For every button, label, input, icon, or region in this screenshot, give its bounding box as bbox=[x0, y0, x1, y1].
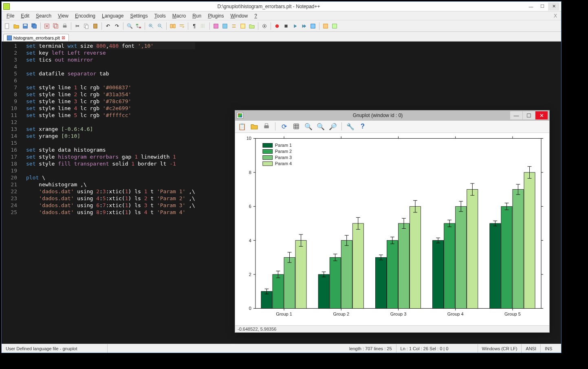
svg-rect-54 bbox=[273, 274, 284, 308]
close-tab-icon[interactable]: ⊠ bbox=[62, 35, 65, 40]
svg-rect-126 bbox=[490, 223, 501, 308]
svg-text:Group 3: Group 3 bbox=[390, 312, 407, 316]
play-multiple-icon[interactable] bbox=[300, 22, 308, 30]
svg-rect-134 bbox=[513, 190, 524, 309]
svg-rect-12 bbox=[94, 24, 97, 28]
gnuplot-close-button[interactable]: ✕ bbox=[535, 111, 548, 119]
menu-search[interactable]: Search bbox=[33, 13, 55, 19]
undo-icon[interactable]: ↶ bbox=[104, 22, 112, 30]
svg-rect-21 bbox=[241, 24, 245, 28]
svg-rect-9 bbox=[64, 24, 66, 25]
find-icon[interactable]: 🔍 bbox=[126, 22, 134, 30]
print-icon[interactable] bbox=[61, 22, 69, 30]
gnuplot-minimize-button[interactable]: — bbox=[510, 111, 522, 119]
gnuplot-statusbar: -0.648522, 5.98356 bbox=[235, 325, 549, 332]
file-tab[interactable]: histogram_errorbars.plt ⊠ bbox=[3, 34, 69, 41]
svg-rect-115 bbox=[456, 206, 467, 308]
svg-rect-147 bbox=[263, 149, 273, 153]
menubar-close-icon[interactable]: X bbox=[551, 13, 559, 19]
close-all-icon[interactable] bbox=[52, 22, 60, 30]
menu-language[interactable]: Language bbox=[99, 13, 127, 19]
svg-rect-145 bbox=[263, 144, 273, 148]
svg-rect-130 bbox=[501, 206, 512, 308]
close-file-icon[interactable] bbox=[43, 22, 51, 30]
svg-text:Param 1: Param 1 bbox=[275, 143, 292, 148]
cut-icon[interactable]: ✂ bbox=[73, 22, 81, 30]
print-icon[interactable] bbox=[262, 122, 271, 131]
zoom-out-icon[interactable] bbox=[156, 22, 164, 30]
redo-icon[interactable]: ↷ bbox=[113, 22, 121, 30]
export-icon[interactable] bbox=[250, 122, 259, 131]
menu-macro[interactable]: Macro bbox=[169, 13, 189, 19]
play-macro-icon[interactable] bbox=[291, 22, 299, 30]
save-all-icon[interactable] bbox=[30, 22, 38, 30]
menu-run[interactable]: Run bbox=[189, 13, 205, 19]
record-macro-icon[interactable] bbox=[273, 22, 281, 30]
copy-clipboard-icon[interactable]: 📋 bbox=[238, 122, 247, 131]
menu-window[interactable]: Window bbox=[227, 13, 251, 19]
replace-icon[interactable] bbox=[134, 22, 143, 30]
replot-icon[interactable]: ⟳ bbox=[280, 122, 288, 131]
menu-help[interactable]: ? bbox=[251, 13, 260, 19]
menu-encoding[interactable]: Encoding bbox=[72, 13, 99, 19]
autoscale-icon[interactable]: 🔎 bbox=[328, 122, 337, 131]
copy-icon[interactable] bbox=[82, 22, 90, 30]
svg-rect-69 bbox=[318, 274, 329, 308]
minimize-button[interactable]: — bbox=[525, 2, 537, 11]
folder-workspace-icon[interactable] bbox=[248, 22, 256, 30]
npp-tab-strip: histogram_errorbars.plt ⊠ bbox=[2, 32, 561, 42]
svg-rect-81 bbox=[352, 223, 363, 308]
toolbar-extra-2-icon[interactable] bbox=[330, 22, 339, 30]
svg-rect-19 bbox=[214, 24, 218, 28]
stop-macro-icon[interactable] bbox=[282, 22, 290, 30]
maximize-button[interactable]: ☐ bbox=[537, 2, 548, 11]
npp-toolbar: ✂ ↶ ↷ 🔍 ¶ bbox=[2, 20, 561, 32]
zoom-next-icon[interactable]: 🔍 bbox=[316, 122, 325, 131]
save-icon[interactable] bbox=[21, 22, 29, 30]
open-file-icon[interactable] bbox=[12, 22, 20, 30]
zoom-in-icon[interactable] bbox=[147, 22, 155, 30]
gnuplot-plot-area[interactable]: 0246810Group 1Group 2Group 3Group 4Group… bbox=[235, 133, 549, 325]
doc-list-icon[interactable] bbox=[230, 22, 238, 30]
svg-rect-27 bbox=[324, 24, 328, 28]
menu-tools[interactable]: Tools bbox=[151, 13, 169, 19]
svg-rect-13 bbox=[136, 24, 138, 25]
menu-plugins[interactable]: Plugins bbox=[205, 13, 227, 19]
settings-icon[interactable]: 🔧 bbox=[346, 122, 355, 131]
help-icon[interactable]: ? bbox=[358, 122, 367, 131]
gnuplot-maximize-button[interactable]: ☐ bbox=[523, 111, 535, 119]
svg-text:Group 1: Group 1 bbox=[276, 312, 292, 316]
indent-guide-icon[interactable] bbox=[199, 22, 207, 30]
show-all-chars-icon[interactable]: ¶ bbox=[190, 22, 198, 30]
menu-view[interactable]: View bbox=[55, 13, 72, 19]
npp-menubar: FileEditSearchViewEncodingLanguageSettin… bbox=[2, 11, 561, 20]
svg-point-24 bbox=[275, 24, 279, 28]
svg-rect-26 bbox=[311, 24, 315, 28]
svg-rect-2 bbox=[24, 24, 27, 26]
close-button[interactable]: ✕ bbox=[548, 2, 559, 11]
npp-titlebar[interactable]: D:\gnuplot\histogram_errorbars.plt - Not… bbox=[2, 2, 561, 11]
menu-edit[interactable]: Edit bbox=[18, 13, 33, 19]
word-wrap-icon[interactable] bbox=[178, 22, 186, 30]
code-content[interactable]: set terminal wxt size 800,480 font ',10'… bbox=[20, 42, 195, 344]
gnuplot-titlebar[interactable]: Gnuplot (window id : 0) — ☐ ✕ bbox=[235, 110, 549, 121]
menu-settings[interactable]: Settings bbox=[127, 13, 151, 19]
npp-title: D:\gnuplot\histogram_errorbars.plt - Not… bbox=[12, 4, 525, 9]
svg-text:2: 2 bbox=[249, 272, 251, 277]
svg-rect-17 bbox=[170, 24, 172, 28]
monitor-icon[interactable] bbox=[260, 22, 269, 30]
menu-file[interactable]: File bbox=[3, 13, 18, 19]
grid-icon[interactable] bbox=[292, 122, 301, 131]
paste-icon[interactable] bbox=[91, 22, 99, 30]
sync-scroll-icon[interactable] bbox=[169, 22, 177, 30]
npp-app-icon bbox=[3, 3, 10, 10]
doc-map-icon[interactable] bbox=[221, 22, 229, 30]
svg-rect-8 bbox=[63, 25, 67, 27]
svg-text:8: 8 bbox=[249, 170, 251, 175]
function-list-icon[interactable] bbox=[239, 22, 247, 30]
new-file-icon[interactable] bbox=[3, 22, 11, 30]
toolbar-extra-1-icon[interactable] bbox=[322, 22, 330, 30]
udl-icon[interactable] bbox=[212, 22, 220, 30]
zoom-prev-icon[interactable]: 🔍 bbox=[304, 122, 313, 131]
save-macro-icon[interactable] bbox=[309, 22, 317, 30]
